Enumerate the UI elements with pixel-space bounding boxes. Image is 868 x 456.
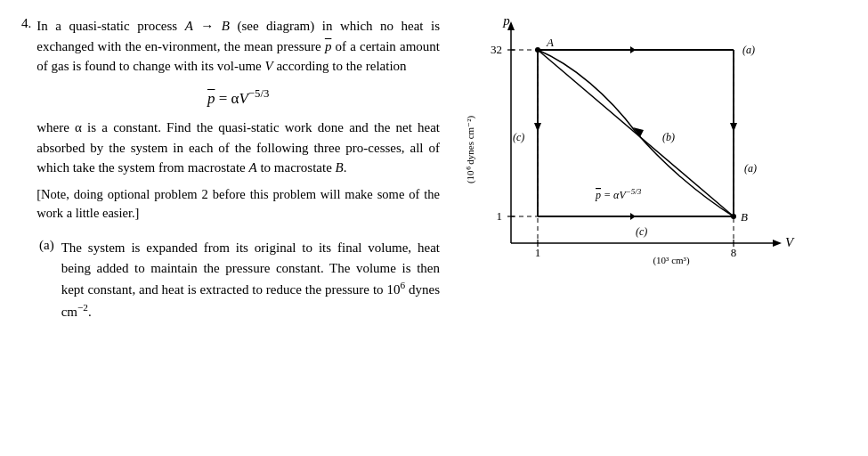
y-axis-label: p (502, 16, 510, 28)
y-unit-label: (10⁶ dynes cm⁻²) (465, 116, 476, 184)
y-tick-32: 32 (491, 43, 502, 56)
problem-intro: In a quasi-static process A → B (see dia… (37, 16, 440, 77)
problem-number: 4. (21, 16, 31, 31)
path-a-right-label: (a) (744, 162, 757, 175)
path-b-label: (b) (662, 131, 675, 143)
path-c-top-label: (c) (513, 131, 524, 143)
path-a-arrow-h (630, 46, 636, 53)
graph-column: p V (10⁶ dynes cm⁻²) (10³ cm³) 32 1 1 8 (449, 16, 831, 278)
x-unit-label: (10³ cm³) (653, 255, 689, 266)
path-a-top-label: (a) (742, 44, 755, 56)
x-tick-1: 1 (535, 246, 541, 259)
x-axis-label: V (785, 235, 795, 249)
path-c-arrow-h (630, 213, 636, 220)
page-layout: 4. In a quasi-static process A → B (see … (21, 16, 847, 322)
problem-continuation: where α is a constant. Find the quasi-st… (37, 118, 440, 178)
part-a-block: (a) The system is expanded from its orig… (39, 238, 440, 322)
path-a-arrow-v (730, 123, 737, 132)
point-A-label: A (546, 36, 554, 49)
part-a-text: The system is expanded from its original… (61, 238, 440, 322)
problem-content: In a quasi-static process A → B (see dia… (37, 16, 440, 224)
formula: p = αV−5/3 (37, 87, 440, 108)
text-column: 4. In a quasi-static process A → B (see … (21, 16, 449, 322)
part-a-label: (a) (39, 238, 54, 253)
path-c-bot-label: (c) (636, 225, 647, 238)
curve-label: p = αV−5/3 (595, 187, 642, 201)
svg-marker-3 (773, 240, 782, 247)
problem-block: 4. In a quasi-static process A → B (see … (21, 16, 440, 224)
point-B-label: B (741, 210, 748, 224)
graph: p V (10⁶ dynes cm⁻²) (10³ cm³) 32 1 1 8 (458, 16, 796, 274)
note: [Note, doing optional problem 2 before t… (37, 185, 440, 224)
x-tick-8: 8 (731, 246, 737, 259)
path-c-arrow-v (534, 123, 541, 132)
y-tick-1: 1 (497, 209, 503, 223)
